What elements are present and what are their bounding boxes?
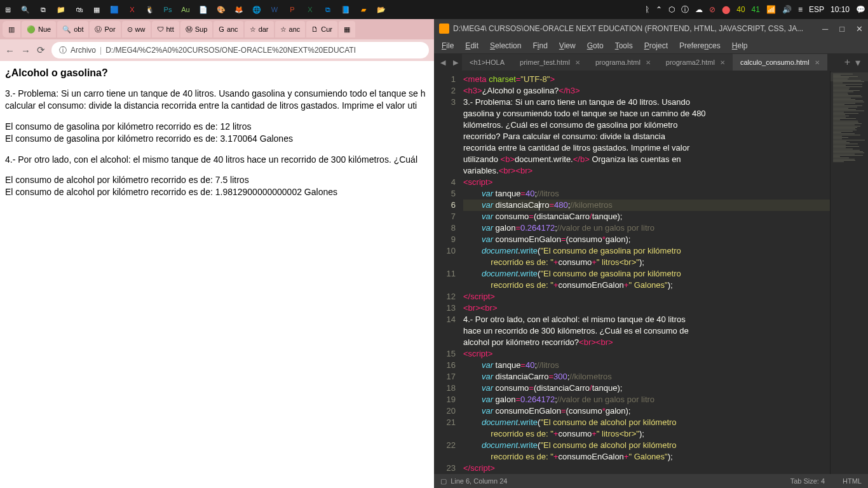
lang-indicator[interactable]: ESP — [809, 5, 824, 14]
reload-button[interactable]: ⟳ — [37, 44, 45, 56]
tray-icon[interactable]: ⬤ — [722, 5, 730, 14]
minimap[interactable] — [830, 71, 868, 474]
addr-label: Archivo — [71, 46, 96, 55]
menu-preferences[interactable]: Preferences — [674, 40, 726, 51]
menu-find[interactable]: Find — [527, 40, 552, 51]
minimize-button[interactable]: ─ — [822, 24, 828, 34]
paragraph: 3.- Problema: Si un carro tiene un tanqu… — [5, 88, 429, 112]
file-icon: ⓘ — [59, 45, 67, 56]
address-bar[interactable]: ⓘ Archivo | D:/MEG4/%C2%A0%20CURSOS/ONE-… — [51, 42, 429, 58]
vscode-icon[interactable]: ⧉ — [323, 4, 333, 15]
browser-tab[interactable]: Ⓜ Sup — [180, 21, 213, 37]
tray-icon[interactable]: ≡ — [798, 5, 803, 14]
word-icon[interactable]: W — [269, 4, 280, 15]
editor-body: 123 45678910 11 121314 15161718192021 22… — [434, 71, 868, 474]
browser-tab[interactable]: 🟢 Nue — [22, 21, 56, 37]
tab-scroll-left[interactable]: ◀ — [437, 58, 449, 67]
menu-help[interactable]: Help — [727, 40, 753, 51]
ps-icon[interactable]: Ps — [163, 4, 173, 15]
new-tab-button[interactable]: + — [844, 57, 850, 69]
browser-tab[interactable]: 🔍 obt — [57, 21, 88, 37]
tab-group-icon[interactable]: ▥ — [3, 21, 20, 37]
browser-tab[interactable]: ☆ anc — [275, 21, 306, 37]
app-icon[interactable]: 🐧 — [145, 4, 155, 15]
ppt-icon[interactable]: P — [287, 4, 297, 15]
browser-tab[interactable]: ⊙ ww — [122, 21, 151, 37]
editor-tab-active[interactable]: calculo_consumo.html✕ — [733, 54, 827, 71]
menu-tools[interactable]: Tools — [610, 40, 638, 51]
folder-icon[interactable]: 📂 — [376, 4, 386, 15]
volume-icon[interactable]: 🔊 — [782, 5, 792, 14]
excel-icon[interactable]: X — [305, 4, 315, 15]
app-icon[interactable]: ▦ — [92, 4, 102, 15]
menu-edit[interactable]: Edit — [460, 40, 484, 51]
window-title: D:\MEG4\ CURSOS\ONE-ORACLE NEXT EDUCATIO… — [453, 24, 803, 33]
maximize-button[interactable]: □ — [839, 24, 844, 34]
tray-icon[interactable]: ᚱ — [645, 5, 649, 14]
menu-selection[interactable]: Selection — [485, 40, 526, 51]
app-icon[interactable]: 📘 — [341, 4, 351, 15]
app-icon[interactable]: X — [127, 4, 137, 15]
taskbar-tray: ᚱ ⌃ ⬡ ⓘ ☁ ⊘ ⬤ 40 41 📶 🔊 ≡ ESP 10:10 💬 — [645, 4, 865, 15]
menu-bar: File Edit Selection Find View Goto Tools… — [434, 38, 868, 53]
browser-tab[interactable]: ☆ dar — [245, 21, 274, 37]
browser-tab[interactable]: ▦ — [339, 21, 355, 37]
edge-icon[interactable]: 🌐 — [252, 4, 262, 15]
store-icon[interactable]: 🛍 — [74, 4, 84, 15]
addr-path: D:/MEG4/%C2%A0%20CURSOS/ONE-ORACLE%20NEX… — [105, 46, 356, 55]
notifications-icon[interactable]: 💬 — [856, 5, 865, 14]
tray-icon[interactable]: ☁ — [695, 5, 703, 14]
sublime-icon — [439, 24, 449, 34]
title-bar[interactable]: D:\MEG4\ CURSOS\ONE-ORACLE NEXT EDUCATIO… — [434, 19, 868, 38]
menu-project[interactable]: Project — [639, 40, 673, 51]
menu-view[interactable]: View — [554, 40, 581, 51]
menu-goto[interactable]: Goto — [582, 40, 609, 51]
sublime-icon[interactable]: ▰ — [358, 4, 369, 15]
editor-tab[interactable]: <h1>HOLA — [462, 54, 512, 71]
start-icon[interactable]: ⊞ — [3, 4, 13, 15]
editor-tab[interactable]: programa2.html✕ — [658, 54, 733, 71]
tray-icon[interactable]: ⓘ — [681, 4, 689, 15]
task-view-icon[interactable]: ⧉ — [38, 4, 48, 15]
status-bar: ▢ Line 6, Column 24 Tab Size: 4 HTML — [434, 474, 868, 488]
firefox-icon[interactable]: 🦊 — [234, 4, 244, 15]
output-line: El consumo de alcohol por kilómetro reco… — [5, 174, 429, 198]
menu-file[interactable]: File — [437, 40, 459, 51]
app-icon[interactable]: 📄 — [198, 4, 208, 15]
status-lang[interactable]: HTML — [843, 477, 862, 485]
tray-icon[interactable]: ⊘ — [709, 5, 715, 14]
app-icon[interactable]: 🟦 — [109, 4, 119, 15]
close-icon[interactable]: ✕ — [815, 59, 820, 66]
status-tabsize[interactable]: Tab Size: 4 — [790, 477, 825, 485]
editor-tab[interactable]: primer_test.html✕ — [512, 54, 588, 71]
clock[interactable]: 10:10 — [831, 5, 850, 14]
explorer-icon[interactable]: 📁 — [56, 4, 66, 15]
code-area[interactable]: <meta charset="UTF-8"><h3>¿Alcohol o gas… — [462, 71, 830, 474]
close-icon[interactable]: ✕ — [575, 59, 580, 66]
forward-button[interactable]: → — [21, 45, 31, 56]
chevron-up-icon[interactable]: ⌃ — [656, 5, 662, 14]
tab-menu-button[interactable]: ▾ — [855, 57, 860, 69]
tab-actions: +▾ — [839, 57, 865, 69]
windows-taskbar: ⊞ 🔍 ⧉ 📁 🛍 ▦ 🟦 X 🐧 Ps Au 📄 🎨 🦊 🌐 W P X ⧉ … — [0, 0, 868, 19]
close-icon[interactable]: ✕ — [720, 59, 725, 66]
back-button[interactable]: ← — [5, 45, 15, 56]
search-icon[interactable]: 🔍 — [20, 4, 31, 15]
editor-tab[interactable]: programa.html✕ — [588, 54, 658, 71]
browser-toolbar: ← → ⟳ ⓘ Archivo | D:/MEG4/%C2%A0%20CURSO… — [0, 39, 434, 61]
close-icon[interactable]: ✕ — [646, 59, 651, 66]
browser-tab[interactable]: Ⓤ Por — [90, 21, 120, 37]
browser-tab[interactable]: 🗋 Cur — [306, 21, 337, 37]
line-gutter: 123 45678910 11 121314 15161718192021 22… — [434, 71, 462, 474]
browser-tab[interactable]: G anc — [214, 21, 243, 37]
wifi-icon[interactable]: 📶 — [766, 5, 776, 14]
close-button[interactable]: ✕ — [856, 24, 863, 34]
page-title: ¿Alcohol o gasolina? — [5, 67, 429, 79]
tray-icon[interactable]: ⬡ — [668, 5, 675, 14]
tray-num: 40 — [736, 5, 745, 14]
tab-scroll-right[interactable]: ▶ — [449, 58, 462, 67]
au-icon[interactable]: Au — [180, 4, 191, 15]
sublime-window: D:\MEG4\ CURSOS\ONE-ORACLE NEXT EDUCATIO… — [434, 19, 868, 488]
app-icon[interactable]: 🎨 — [216, 4, 226, 15]
browser-tab[interactable]: 🛡 htt — [152, 21, 179, 37]
